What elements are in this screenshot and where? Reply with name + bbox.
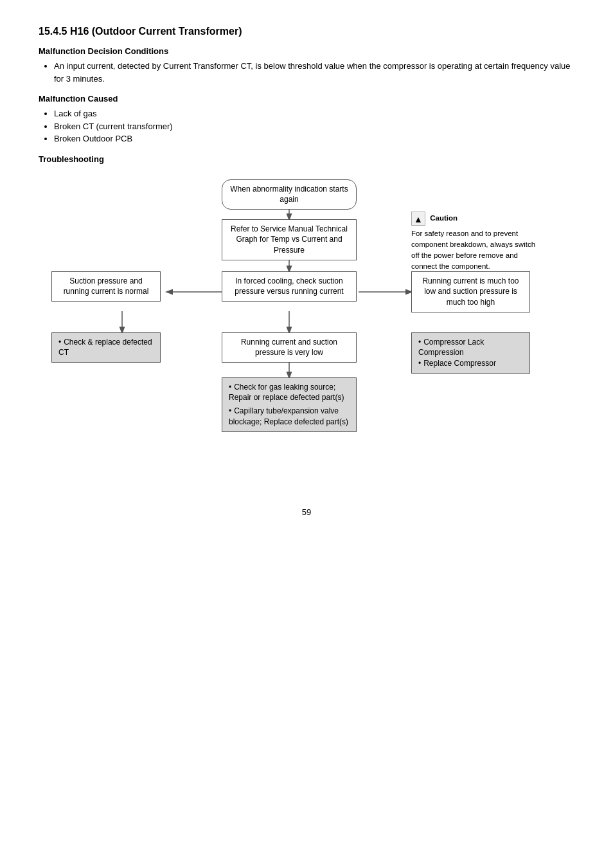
flowchart-box-compressor: •Compressor Lack Compression •Replace Co…: [411, 332, 530, 374]
flowchart: When abnormality indication starts again…: [39, 173, 574, 482]
flowchart-box-too-low: Running current is much too low and suct…: [411, 271, 530, 312]
malfunction-decision-text: An input current, detected by Current Tr…: [54, 60, 574, 85]
caution-text: For safety reason and to prevent compone…: [411, 230, 535, 271]
caution-label: Caution: [430, 214, 458, 222]
flowchart-box-forced-cooling: In forced cooling, check suction pressur…: [222, 271, 357, 302]
caused-item-2: Broken CT (current transformer): [54, 120, 574, 133]
flowchart-box-start: When abnormality indication starts again: [222, 179, 357, 210]
caution-icon: ▲: [411, 212, 425, 226]
malfunction-decision-heading: Malfunction Decision Conditions: [39, 46, 574, 56]
malfunction-caused: Malfunction Caused Lack of gas Broken CT…: [39, 94, 574, 145]
section-title: 15.4.5 H16 (Outdoor Current Transformer): [39, 26, 574, 37]
caution-box: ▲ Caution For safety reason and to preve…: [411, 212, 537, 273]
troubleshooting-heading: Troubleshooting: [39, 154, 574, 164]
malfunction-caused-heading: Malfunction Caused: [39, 94, 574, 104]
flowchart-box-replace-ct: •Check & replace defected CT: [51, 332, 161, 363]
page-number: 59: [39, 507, 574, 517]
section-header: 15.4.5 H16 (Outdoor Current Transformer): [39, 26, 574, 37]
malfunction-decision: Malfunction Decision Conditions An input…: [39, 46, 574, 85]
flowchart-box-gas-leaking: •Check for gas leaking source; Repair or…: [222, 377, 357, 432]
flowchart-box-very-low: Running current and suction pressure is …: [222, 332, 357, 363]
caused-item-1: Lack of gas: [54, 107, 574, 120]
caused-item-3: Broken Outdoor PCB: [54, 132, 574, 145]
troubleshooting-section: Troubleshooting: [39, 154, 574, 164]
flowchart-box-normal: Suction pressure and running current is …: [51, 271, 161, 302]
flowchart-box-service-manual: Refer to Service Manual Technical Graph …: [222, 219, 357, 260]
